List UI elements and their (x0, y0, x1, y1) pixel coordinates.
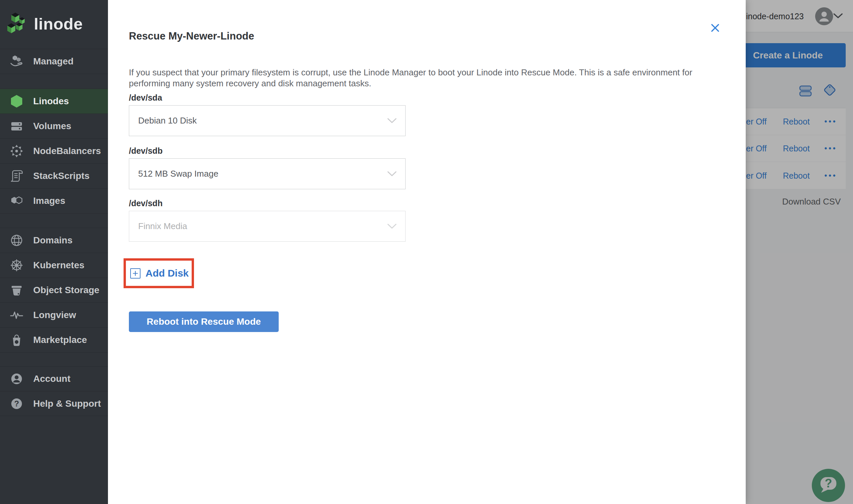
sidebar-item-label: Linodes (33, 96, 69, 107)
sidebar-item-help-support[interactable]: ? Help & Support (0, 391, 108, 416)
sidebar-group-gap (0, 352, 108, 366)
stackscripts-icon (9, 169, 24, 183)
images-icon (9, 194, 24, 208)
svg-text:?: ? (14, 399, 19, 408)
field-label-sdb: /dev/sdb (129, 146, 162, 156)
reboot-rescue-mode-label: Reboot into Rescue Mode (147, 317, 261, 327)
shopping-bag-icon (9, 333, 24, 347)
sidebar: linode Managed Linodes (0, 0, 108, 504)
select-sda-value: Debian 10 Disk (138, 115, 197, 126)
sidebar-item-label: Longview (33, 310, 76, 320)
add-disk-label: Add Disk (145, 268, 189, 279)
select-sda[interactable]: Debian 10 Disk (129, 105, 406, 136)
sidebar-item-marketplace[interactable]: Marketplace (0, 327, 108, 352)
sidebar-item-label: Help & Support (33, 398, 101, 409)
pulse-icon (9, 308, 24, 322)
sidebar-item-managed[interactable]: Managed (0, 49, 108, 74)
sidebar-item-nodebalancers[interactable]: NodeBalancers (0, 139, 108, 163)
sidebar-group-gap (0, 74, 108, 89)
close-button[interactable] (708, 21, 723, 35)
sidebar-item-label: Domains (33, 235, 72, 246)
screen: inode-demo123 Create a Linode (0, 0, 853, 504)
plus-square-icon (130, 268, 141, 278)
logo-wordmark: linode (34, 15, 83, 33)
linode-logo[interactable]: linode (0, 0, 108, 49)
question-circle-icon: ? (9, 396, 24, 411)
managed-icon (9, 54, 24, 69)
sidebar-item-linodes[interactable]: Linodes (0, 89, 108, 113)
sidebar-group-gap (0, 213, 108, 228)
select-sdb[interactable]: 512 MB Swap Image (129, 158, 406, 189)
sidebar-item-label: NodeBalancers (33, 146, 101, 156)
close-icon (710, 22, 721, 33)
sidebar-item-images[interactable]: Images (0, 188, 108, 213)
sidebar-item-label: StackScripts (33, 170, 90, 181)
sidebar-item-label: Marketplace (33, 335, 87, 345)
chevron-down-icon (387, 221, 396, 231)
chevron-down-icon (387, 169, 396, 179)
sidebar-item-label: Managed (33, 56, 73, 67)
field-label-sdh: /dev/sdh (129, 199, 162, 208)
sidebar-item-longview[interactable]: Longview (0, 303, 108, 327)
linode-hexagon-icon (9, 94, 24, 109)
sidebar-item-label: Images (33, 196, 66, 206)
field-label-sda: /dev/sda (129, 93, 162, 103)
reboot-rescue-mode-button[interactable]: Reboot into Rescue Mode (129, 311, 279, 332)
globe-icon (9, 233, 24, 248)
select-sdh[interactable]: Finnix Media (129, 211, 406, 242)
sidebar-item-label: Kubernetes (33, 260, 84, 271)
select-sdh-value: Finnix Media (138, 221, 187, 231)
sidebar-item-volumes[interactable]: Volumes (0, 113, 108, 139)
modal-title: Rescue My-Newer-Linode (129, 30, 254, 42)
sidebar-item-label: Volumes (33, 121, 71, 131)
nodebalancers-icon (9, 144, 24, 158)
sidebar-item-label: Object Storage (33, 285, 99, 295)
sidebar-item-account[interactable]: Account (0, 366, 108, 391)
bucket-icon (9, 283, 24, 298)
volumes-icon (9, 119, 24, 133)
sidebar-item-stackscripts[interactable]: StackScripts (0, 163, 108, 188)
add-disk-button[interactable]: Add Disk (130, 268, 189, 279)
rescue-modal: Rescue My-Newer-Linode If you suspect th… (108, 0, 746, 504)
sidebar-item-kubernetes[interactable]: Kubernetes (0, 253, 108, 277)
modal-description: If you suspect that your primary filesys… (129, 67, 700, 89)
chevron-down-icon (387, 115, 396, 126)
linode-cubes-icon (7, 13, 28, 37)
sidebar-item-label: Account (33, 374, 70, 384)
ship-wheel-icon (9, 258, 24, 273)
account-icon (9, 372, 24, 386)
sidebar-item-object-storage[interactable]: Object Storage (0, 277, 108, 303)
sidebar-item-domains[interactable]: Domains (0, 228, 108, 253)
annotation-highlight-rectangle: Add Disk (124, 258, 194, 288)
select-sdb-value: 512 MB Swap Image (138, 169, 218, 179)
